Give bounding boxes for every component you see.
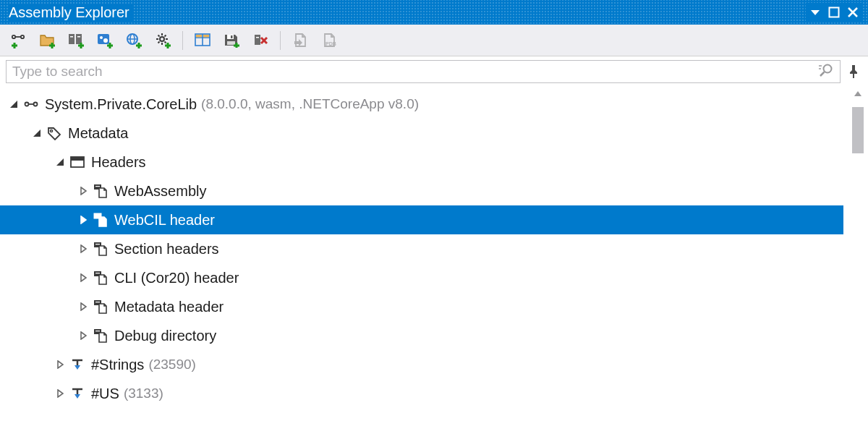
svg-marker-0 — [811, 10, 820, 15]
svg-point-64 — [50, 129, 52, 132]
search-icon — [818, 63, 834, 81]
delete-button[interactable] — [250, 30, 271, 51]
expand-toggle[interactable] — [54, 358, 67, 371]
scrollbar-thumb[interactable] — [852, 107, 864, 153]
svg-rect-42 — [203, 35, 209, 38]
svg-rect-76 — [95, 244, 100, 244]
window-button[interactable] — [192, 30, 213, 51]
svg-point-60 — [25, 103, 29, 106]
tree-item-webassembly[interactable]: WebAssembly — [0, 176, 868, 205]
tree-label: #US — [91, 386, 119, 402]
tree-item-webcil-header[interactable]: WebCIL header — [0, 205, 843, 234]
tree-label: System.Private.CoreLib — [45, 96, 197, 113]
expand-toggle[interactable] — [54, 156, 67, 169]
export-file-button[interactable] — [289, 30, 311, 51]
tree-item-strings[interactable]: #Strings (23590) — [0, 350, 868, 379]
stream-icon — [69, 357, 85, 373]
svg-point-18 — [100, 36, 103, 39]
expand-toggle[interactable] — [77, 300, 90, 313]
svg-rect-14 — [77, 36, 80, 38]
search-placeholder: Type to search — [12, 64, 812, 80]
tree-item-debug-directory[interactable]: Debug directory — [0, 321, 868, 350]
tree-item-assembly[interactable]: System.Private.CoreLib (8.0.0.0, wasm, .… — [0, 90, 868, 119]
tree-label: CLI (Cor20) header — [114, 270, 239, 286]
tree-label: #Strings — [91, 357, 144, 373]
open-nuget-button[interactable] — [94, 30, 116, 51]
svg-rect-85 — [95, 331, 100, 331]
tree-label: WebAssembly — [114, 183, 206, 200]
svg-rect-70 — [95, 186, 100, 187]
svg-line-34 — [165, 35, 166, 36]
svg-point-5 — [21, 35, 24, 38]
search-input[interactable]: Type to search — [6, 60, 841, 83]
svg-rect-44 — [231, 35, 233, 38]
toolbar: PDB — [0, 25, 868, 56]
svg-rect-67 — [71, 157, 84, 161]
stream-icon — [69, 386, 85, 401]
expand-toggle[interactable] — [77, 271, 90, 284]
svg-line-33 — [165, 41, 166, 43]
svg-marker-68 — [81, 187, 86, 195]
tree-item-us[interactable]: #US (3133) — [0, 379, 868, 408]
tree-label: Metadata — [68, 125, 128, 142]
tree-label: Metadata header — [114, 299, 224, 315]
assembly-icon — [23, 96, 39, 112]
document-icon — [93, 183, 109, 199]
save-button[interactable] — [221, 30, 242, 51]
svg-point-61 — [34, 103, 38, 106]
pdb-file-button[interactable]: PDB — [318, 30, 340, 51]
svg-rect-41 — [196, 35, 202, 38]
tree-item-metadata[interactable]: Metadata — [0, 119, 868, 148]
tree-item-metadata-header[interactable]: Metadata header — [0, 292, 868, 321]
toolbar-separator — [280, 31, 281, 50]
expand-toggle[interactable] — [77, 242, 90, 255]
svg-rect-11 — [69, 34, 75, 44]
tree-item-headers[interactable]: Headers — [0, 148, 868, 176]
open-folder-button[interactable] — [36, 30, 58, 51]
svg-rect-17 — [98, 34, 109, 44]
tag-icon — [46, 125, 62, 141]
search-bar: Type to search — [0, 56, 868, 87]
tree-item-section-headers[interactable]: Section headers — [0, 234, 868, 263]
svg-rect-73 — [95, 215, 100, 216]
open-web-button[interactable] — [123, 30, 145, 51]
open-settings-button[interactable] — [152, 30, 174, 51]
expand-toggle[interactable] — [7, 98, 20, 111]
svg-rect-82 — [95, 302, 100, 302]
pin-button[interactable] — [845, 64, 862, 79]
close-button[interactable] — [843, 3, 862, 22]
dropdown-button[interactable] — [806, 3, 825, 22]
svg-marker-77 — [81, 274, 86, 281]
svg-point-27 — [160, 37, 164, 41]
document-icon — [93, 270, 109, 286]
svg-marker-58 — [854, 91, 861, 96]
tree: System.Private.CoreLib (8.0.0.0, wasm, .… — [0, 87, 868, 408]
scroll-up-arrow[interactable] — [854, 90, 862, 100]
expand-toggle[interactable] — [77, 213, 90, 226]
title-bar: Assembly Explorer — [0, 0, 868, 25]
expand-toggle[interactable] — [77, 329, 90, 342]
open-assembly-button[interactable] — [7, 30, 29, 51]
tree-meta: (8.0.0.0, wasm, .NETCoreApp v8.0) — [201, 96, 419, 112]
expand-toggle[interactable] — [54, 387, 67, 400]
tree-count: (3133) — [124, 386, 163, 401]
open-package-button[interactable] — [65, 30, 87, 51]
tree-label: WebCIL header — [114, 212, 215, 229]
svg-marker-59 — [10, 101, 17, 108]
svg-marker-86 — [58, 361, 63, 368]
document-icon — [93, 212, 109, 228]
svg-marker-89 — [75, 365, 80, 370]
document-icon — [93, 328, 109, 344]
expand-toggle[interactable] — [77, 184, 90, 197]
svg-marker-74 — [81, 245, 86, 252]
document-icon — [93, 241, 109, 257]
tree-item-cli-header[interactable]: CLI (Cor20) header — [0, 263, 868, 292]
svg-marker-90 — [58, 390, 63, 397]
maximize-button[interactable] — [825, 3, 843, 22]
svg-marker-71 — [81, 216, 86, 224]
svg-point-19 — [103, 38, 108, 43]
svg-marker-65 — [56, 158, 64, 166]
tree-label: Headers — [91, 154, 146, 171]
expand-toggle[interactable] — [30, 127, 43, 140]
svg-text:PDB: PDB — [326, 41, 336, 46]
